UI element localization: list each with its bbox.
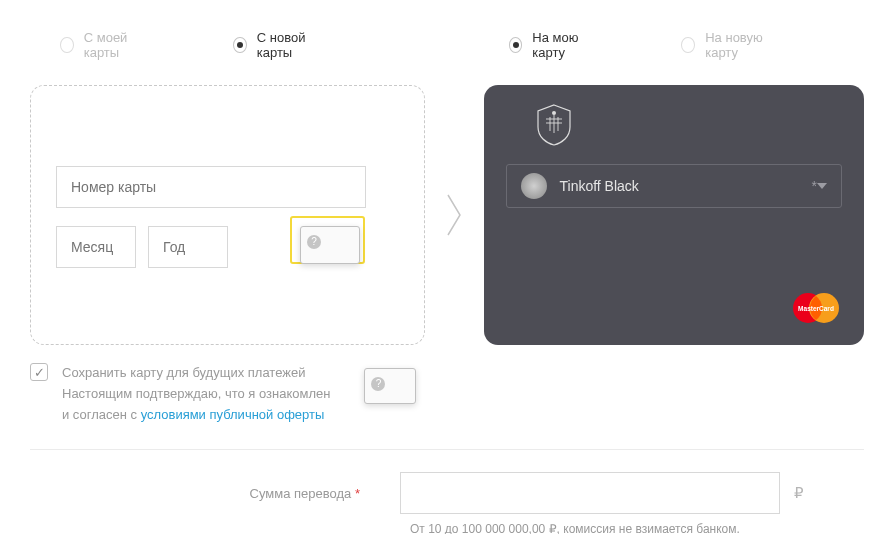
- radio-from-my-card[interactable]: С моей карты: [60, 30, 153, 60]
- question-icon: ?: [371, 377, 385, 391]
- question-icon: ?: [307, 235, 321, 249]
- card-select-label: Tinkoff Black: [559, 178, 805, 194]
- save-line2: Настоящим подтверждаю, что я ознакомлен: [62, 386, 330, 401]
- source-card-panel: ?: [30, 85, 425, 345]
- svg-point-0: [552, 111, 556, 115]
- radio-icon: [509, 37, 523, 53]
- destination-card-panel: Tinkoff Black * MasterCard: [484, 85, 864, 345]
- radio-to-my-card[interactable]: На мою карту: [509, 30, 602, 60]
- expiry-year-input[interactable]: [148, 226, 228, 268]
- radio-label: С новой карты: [257, 30, 331, 60]
- card-product-icon: [521, 173, 547, 199]
- save-card-text: Сохранить карту для будущих платежей Нас…: [62, 363, 330, 425]
- card-number-input[interactable]: [56, 166, 366, 208]
- amount-label: Сумма перевода *: [30, 486, 400, 501]
- chevron-down-icon: [817, 183, 827, 189]
- svg-text:MasterCard: MasterCard: [798, 305, 834, 312]
- radio-label: На мою карту: [532, 30, 601, 60]
- amount-input[interactable]: [400, 472, 780, 514]
- save-line1: Сохранить карту для будущих платежей: [62, 365, 305, 380]
- radio-icon: [233, 37, 247, 53]
- radio-from-new-card[interactable]: С новой карты: [233, 30, 330, 60]
- arrow-separator-icon: [445, 193, 465, 237]
- radio-icon: [681, 37, 695, 53]
- amount-hint: От 10 до 100 000 000,00 ₽, комиссия не в…: [0, 514, 894, 534]
- save-line3-prefix: и согласен с: [62, 407, 141, 422]
- help-tooltip-box[interactable]: ?: [364, 368, 416, 404]
- public-offer-link[interactable]: условиями публичной оферты: [141, 407, 325, 422]
- save-card-checkbox[interactable]: ✓: [30, 363, 48, 381]
- mastercard-icon: MasterCard: [790, 291, 842, 325]
- currency-symbol: ₽: [794, 484, 804, 502]
- radio-label: С моей карты: [84, 30, 153, 60]
- bank-crest-icon: [532, 103, 576, 147]
- expiry-month-input[interactable]: [56, 226, 136, 268]
- radio-label: На новую карту: [705, 30, 784, 60]
- radio-icon: [60, 37, 74, 53]
- destination-card-select[interactable]: Tinkoff Black *: [506, 164, 842, 208]
- cvv-input[interactable]: ?: [300, 226, 360, 264]
- radio-to-new-card[interactable]: На новую карту: [681, 30, 784, 60]
